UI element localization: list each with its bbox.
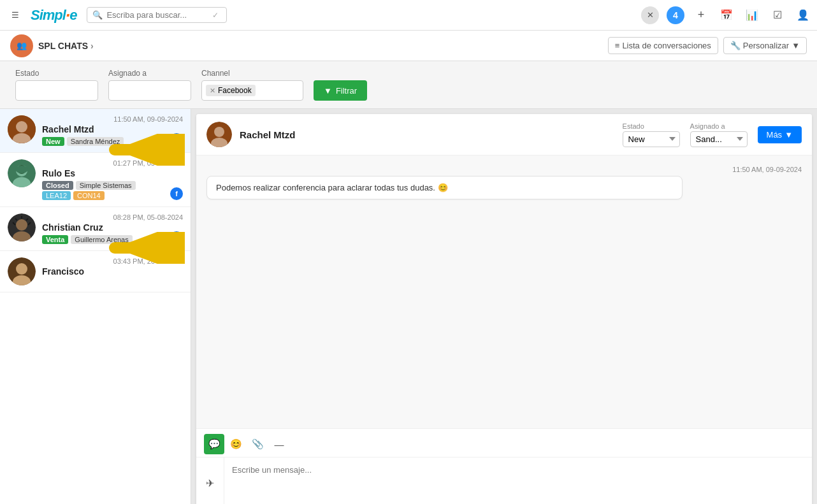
channel-tag-remove[interactable]: ✕	[210, 87, 215, 95]
compose-more-btn[interactable]: —	[269, 434, 289, 454]
tag-venta-christian: Venta	[42, 235, 68, 244]
send-button[interactable]: ✈	[196, 457, 224, 504]
messages-area: 11:50 AM, 09-09-2024 Podemos realizar co…	[196, 155, 812, 428]
svg-point-1	[16, 121, 27, 133]
message-timestamp: 11:50 AM, 09-09-2024	[206, 166, 802, 173]
nav-icon-chart[interactable]: 📊	[743, 6, 761, 24]
mas-button[interactable]: Más ▼	[758, 126, 802, 143]
app-avatar: 👥	[10, 34, 33, 57]
tag-con-rulo: CON14	[73, 191, 105, 200]
filters-row: Estado Asignado a Channel ✕ Facebook ▼ F…	[0, 61, 817, 109]
tag-person-rulo: Simple Sistemas	[76, 181, 136, 190]
compose-area: 💬 😊 📎 — ✈	[196, 428, 812, 504]
avatar-francisco-svg	[8, 257, 36, 285]
svg-point-8	[15, 166, 28, 173]
nav-icons: ✕ 4 + 📅 📊 ☑ 👤	[641, 6, 812, 24]
panel-avatar	[206, 122, 232, 147]
chat-avatar-christian	[8, 213, 36, 241]
filter-estado-label: Estado	[15, 69, 98, 78]
panel-asignado-label: Asignado a	[690, 122, 748, 130]
message-group: 11:50 AM, 09-09-2024 Podemos realizar co…	[206, 166, 802, 199]
main-content: 11:50 AM, 09-09-2024 Rachel Mtzd New San…	[0, 109, 817, 504]
tag-closed-rulo: Closed	[42, 181, 73, 190]
compose-message-btn[interactable]: 💬	[204, 434, 224, 454]
filter-icon: ▼	[324, 86, 332, 96]
chat-avatar-rachel	[8, 115, 36, 143]
search-input[interactable]	[106, 10, 208, 20]
tag-lea-rulo: LEA12	[42, 191, 71, 200]
chat-name-rachel: Rachel Mtzd	[42, 124, 183, 134]
filter-estado-input[interactable]	[15, 80, 98, 101]
wrench-icon: 🔧	[730, 41, 741, 50]
message-bubble: Podemos realizar conferencia para aclara…	[206, 176, 683, 199]
nav-icon-user[interactable]: 👤	[794, 6, 812, 24]
chat-avatar-francisco	[8, 257, 36, 285]
breadcrumb-chevron: ›	[90, 41, 94, 51]
logo: Simpl·e	[31, 7, 76, 24]
app-title-text: SPL CHATS	[38, 41, 88, 51]
chat-timestamp-rachel: 11:50 AM, 09-09-2024	[42, 115, 183, 123]
filter-asignado-input[interactable]	[108, 80, 191, 101]
compose-input[interactable]	[224, 457, 812, 504]
compose-emoji-btn[interactable]: 😊	[226, 434, 246, 454]
arrow-svg-2	[108, 232, 185, 264]
app-header-actions: ≡ Lista de conversaciones 🔧 Personalizar…	[608, 37, 807, 54]
chat-tags-rulo-extra: LEA12 CON14	[42, 191, 183, 200]
search-bar: 🔍 ✓	[87, 7, 227, 23]
nav-icon-check[interactable]: ☑	[769, 6, 786, 24]
chat-name-francisco: Francisco	[42, 266, 183, 277]
chat-tags-rulo: Closed Simple Sistemas	[42, 181, 183, 190]
clear-search-icon[interactable]: ✓	[212, 11, 219, 20]
nav-icon-calendar[interactable]: 📅	[718, 6, 735, 24]
hamburger-icon: ☰	[11, 10, 19, 20]
chevron-down-icon: ▼	[792, 41, 800, 50]
list-view-button[interactable]: ≡ Lista de conversaciones	[608, 37, 718, 54]
avatar-rachel-svg	[8, 115, 36, 143]
panel-field-estado: Estado New	[623, 122, 680, 147]
channel-tag: ✕ Facebook	[206, 85, 256, 96]
filter-button[interactable]: ▼ Filtrar	[314, 80, 367, 101]
chat-timestamp-christian: 08:28 PM, 05-08-2024	[42, 213, 183, 221]
panel-estado-select[interactable]: New	[623, 131, 680, 147]
compose-attach-btn[interactable]: 📎	[247, 434, 268, 454]
filter-channel-label: Channel	[201, 69, 303, 78]
filter-channel-input[interactable]: ✕ Facebook	[201, 80, 303, 101]
filter-channel: Channel ✕ Facebook	[201, 69, 303, 101]
filter-estado: Estado	[15, 69, 98, 101]
chat-name-rulo: Rulo Es	[42, 168, 183, 178]
chat-list: 11:50 AM, 09-09-2024 Rachel Mtzd New San…	[0, 109, 191, 504]
nav-icon-badge[interactable]: 4	[667, 6, 684, 24]
svg-point-22	[214, 127, 224, 137]
search-icon: 🔍	[92, 10, 103, 20]
panel-contact-name: Rachel Mtzd	[240, 129, 296, 140]
nav-icon-plus[interactable]: +	[692, 6, 710, 24]
filter-asignado: Asignado a	[108, 69, 191, 101]
app-header: 👥 SPL CHATS › ≡ Lista de conversaciones …	[0, 31, 817, 61]
tag-new-rachel: New	[42, 137, 64, 146]
customize-button[interactable]: 🔧 Personalizar ▼	[723, 37, 807, 54]
panel-fields: Estado New Asignado a Sand... Más ▼	[623, 122, 802, 147]
chat-name-christian: Christian Cruz	[42, 222, 183, 233]
panel-header: Rachel Mtzd Estado New Asignado a Sand..…	[196, 114, 812, 155]
nav-icon-x[interactable]: ✕	[641, 6, 659, 24]
send-icon: ✈	[206, 477, 214, 489]
chevron-down-icon: ▼	[784, 130, 793, 140]
avatar-rulo-svg	[8, 159, 36, 187]
compose-toolbar: 💬 😊 📎 —	[196, 429, 812, 457]
compose-row: ✈	[196, 457, 812, 504]
hamburger-button[interactable]: ☰	[5, 5, 25, 25]
app-title: SPL CHATS ›	[38, 41, 94, 51]
list-icon: ≡	[615, 41, 620, 50]
navbar: ☰ Simpl·e 🔍 ✓ ✕ 4 + 📅 📊 ☑ 👤	[0, 0, 817, 31]
chat-panel: Rachel Mtzd Estado New Asignado a Sand..…	[196, 114, 812, 504]
channel-icon-rulo: f	[170, 187, 183, 200]
panel-avatar-svg	[206, 122, 232, 147]
chat-avatar-rulo	[8, 159, 36, 187]
panel-estado-label: Estado	[623, 122, 680, 130]
avatar-christian-svg	[8, 213, 36, 241]
svg-point-19	[16, 263, 27, 275]
svg-point-10	[16, 219, 27, 231]
panel-asignado-select[interactable]: Sand...	[690, 131, 748, 147]
filter-asignado-label: Asignado a	[108, 69, 191, 78]
panel-field-asignado: Asignado a Sand...	[690, 122, 748, 147]
